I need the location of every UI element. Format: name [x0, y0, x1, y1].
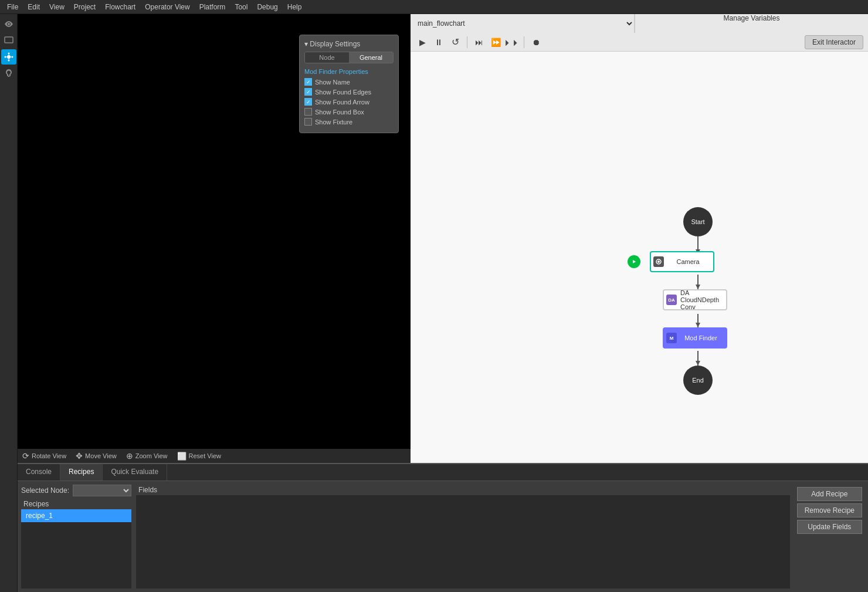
- step-end-button[interactable]: ⏭: [472, 35, 486, 49]
- flowchart-select[interactable]: main_flowchart: [411, 14, 635, 33]
- play-button[interactable]: ▶: [415, 35, 429, 49]
- menu-operator-view[interactable]: Operator View: [140, 2, 194, 12]
- step-forward-button[interactable]: ⏵⏵: [505, 35, 519, 49]
- zoom-view-control[interactable]: ⊕ Zoom View: [126, 451, 168, 461]
- sidebar-icon-eye[interactable]: [1, 16, 16, 32]
- menu-project[interactable]: Project: [69, 2, 100, 12]
- ds-label-show-found-edges: Show Found Edges: [315, 89, 371, 96]
- svg-point-2: [8, 53, 9, 55]
- ds-label-show-found-box: Show Found Box: [315, 109, 364, 116]
- ds-tab-general[interactable]: General: [349, 52, 393, 63]
- menu-platform[interactable]: Platform: [195, 2, 230, 12]
- rotate-view-label: Rotate View: [32, 452, 66, 459]
- menu-debug[interactable]: Debug: [252, 2, 282, 12]
- svg-marker-15: [696, 323, 700, 327]
- selected-node-select[interactable]: [73, 485, 131, 496]
- action-buttons: Add Recipe Remove Recipe Update Fields: [795, 485, 864, 588]
- flowchart-header: main_flowchart Manage Variables: [411, 14, 868, 33]
- node-mod-finder[interactable]: M Mod Finder: [663, 327, 727, 349]
- display-settings-popup: ▾ Display Settings Node General Mod Find…: [299, 35, 399, 133]
- fast-forward-button[interactable]: ⏩: [489, 35, 503, 49]
- move-view-control[interactable]: ✥ Move View: [76, 451, 117, 461]
- reset-view-control[interactable]: ⬜ Reset View: [177, 452, 221, 461]
- selected-node-label: Selected Node:: [21, 486, 69, 495]
- node-camera[interactable]: Camera: [645, 251, 714, 272]
- rotate-view-control[interactable]: ⟳ Rotate View: [22, 451, 66, 461]
- menu-flowchart[interactable]: Flowchart: [100, 2, 140, 12]
- svg-point-1: [7, 55, 11, 59]
- restart-button[interactable]: ↺: [448, 35, 462, 49]
- recipes-col-header: Recipes: [21, 499, 131, 509]
- camera-icon: [653, 256, 664, 267]
- da-cloud-icon: DA: [666, 295, 677, 305]
- manage-variables-button[interactable]: Manage Variables: [635, 14, 868, 33]
- menu-edit[interactable]: Edit: [23, 2, 45, 12]
- record-button[interactable]: ⏺: [529, 35, 543, 49]
- ds-tab-node[interactable]: Node: [305, 52, 349, 63]
- update-fields-button[interactable]: Update Fields: [797, 520, 862, 534]
- fields-col-header: Fields: [136, 485, 790, 495]
- top-area: ▾ Display Settings Node General Mod Find…: [18, 14, 868, 463]
- camera-play-button[interactable]: [628, 255, 640, 268]
- sidebar-icon-monitor[interactable]: [1, 33, 16, 48]
- zoom-icon: ⊕: [126, 451, 133, 461]
- tab-console[interactable]: Console: [18, 464, 60, 481]
- da-cloud-node-rect: DA DA CloudNDepth Conv: [663, 289, 727, 310]
- ds-tabs: Node General: [304, 52, 394, 63]
- start-node-circle: Start: [683, 207, 713, 236]
- flowchart-svg-lines: [411, 52, 868, 463]
- reset-view-label: Reset View: [189, 452, 221, 459]
- main-layout: ▾ Display Settings Node General Mod Find…: [0, 14, 868, 592]
- ds-label-show-name: Show Name: [315, 79, 350, 86]
- svg-point-20: [657, 261, 660, 263]
- tab-recipes[interactable]: Recipes: [60, 464, 103, 481]
- svg-marker-17: [696, 361, 700, 366]
- exit-interactor-button[interactable]: Exit Interactor: [805, 35, 863, 49]
- start-node-label: Start: [691, 218, 704, 225]
- da-cloud-node-label: DA CloudNDepth Conv: [680, 289, 721, 310]
- node-end[interactable]: End: [683, 366, 713, 395]
- ds-checkbox-show-fixture[interactable]: [304, 118, 312, 126]
- menu-view[interactable]: View: [45, 2, 69, 12]
- fields-area: [136, 495, 790, 588]
- mod-finder-icon: M: [666, 333, 677, 343]
- menu-tool[interactable]: Tool: [230, 2, 252, 12]
- sidebar-icon-bulb[interactable]: [1, 66, 16, 81]
- end-node-circle: End: [683, 366, 713, 395]
- svg-point-3: [8, 60, 9, 62]
- menu-bar: File Edit View Project Flowchart Operato…: [0, 0, 868, 14]
- menu-file[interactable]: File: [2, 2, 23, 12]
- ds-item-show-found-box[interactable]: Show Found Box: [304, 108, 394, 116]
- ds-item-show-found-edges[interactable]: Show Found Edges: [304, 88, 394, 96]
- flowchart-canvas: Start Camera: [411, 52, 868, 463]
- recipe-item[interactable]: recipe_1: [21, 509, 131, 522]
- toolbar-divider-2: [524, 36, 524, 48]
- viewer-panel: ▾ Display Settings Node General Mod Find…: [18, 14, 411, 463]
- camera-node-rect: Camera: [650, 251, 714, 272]
- pause-button[interactable]: ⏸: [432, 35, 446, 49]
- menu-help[interactable]: Help: [283, 2, 307, 12]
- ds-checkbox-show-name[interactable]: [304, 78, 312, 86]
- rotate-icon: ⟳: [22, 451, 29, 461]
- ds-checkbox-show-found-arrow[interactable]: [304, 98, 312, 106]
- ds-label-show-fixture: Show Fixture: [315, 119, 352, 126]
- sidebar-icon-network[interactable]: [1, 49, 16, 65]
- ds-item-show-name[interactable]: Show Name: [304, 78, 394, 86]
- reset-icon: ⬜: [177, 452, 187, 461]
- node-start[interactable]: Start: [683, 207, 713, 236]
- recipes-left-panel: Selected Node: Recipes recipe_1: [21, 485, 131, 588]
- add-recipe-button[interactable]: Add Recipe: [797, 487, 862, 501]
- ds-item-show-found-arrow[interactable]: Show Found Arrow: [304, 98, 394, 106]
- tab-quick-evaluate[interactable]: Quick Evaluate: [103, 464, 167, 481]
- ds-label-show-found-arrow: Show Found Arrow: [315, 99, 369, 106]
- remove-recipe-button[interactable]: Remove Recipe: [797, 503, 862, 517]
- bottom-content: Selected Node: Recipes recipe_1: [18, 481, 868, 592]
- recipes-col: Recipes recipe_1: [21, 499, 131, 588]
- recipes-columns: Recipes recipe_1: [21, 499, 131, 588]
- ds-checkbox-show-found-edges[interactable]: [304, 88, 312, 96]
- flowchart-toolbar: ▶ ⏸ ↺ ⏭ ⏩ ⏵⏵ ⏺ Exit Interactor: [411, 33, 868, 52]
- ds-item-show-fixture[interactable]: Show Fixture: [304, 118, 394, 126]
- node-da-cloud[interactable]: DA DA CloudNDepth Conv: [663, 289, 727, 310]
- move-view-label: Move View: [85, 452, 117, 459]
- ds-checkbox-show-found-box[interactable]: [304, 108, 312, 116]
